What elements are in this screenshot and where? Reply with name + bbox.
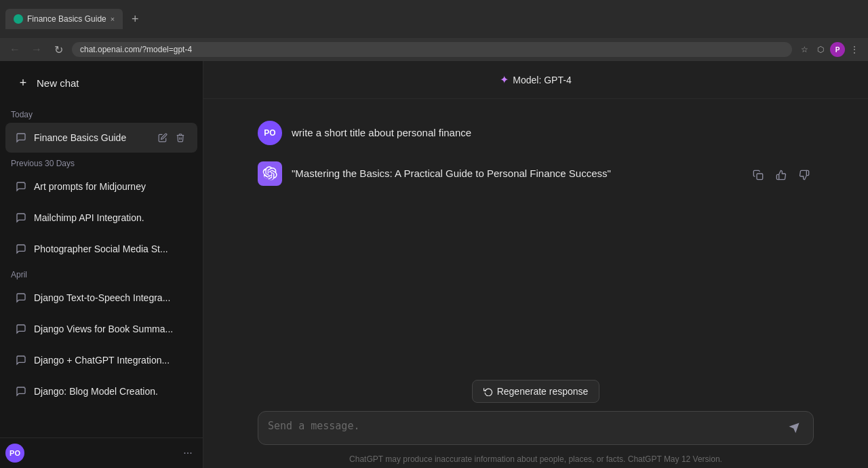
sidebar: + New chat Today Finance Basics Guide (0, 61, 203, 468)
chat-icon (15, 180, 27, 193)
chat-bubble-icon (15, 132, 27, 144)
ai-message-content: "Mastering the Basics: A Practical Guide… (292, 161, 739, 182)
browser-chrome: Finance Basics Guide × + (0, 0, 868, 38)
app-container: + New chat Today Finance Basics Guide (0, 61, 868, 468)
regenerate-label: Regenerate response (497, 386, 589, 397)
chat-item-text: Django + ChatGPT Integration... (34, 355, 188, 366)
tab-title: Finance Basics Guide (27, 14, 106, 24)
chat-item-text: Mailchimp API Integration. (34, 212, 188, 223)
user-avatar: PO (5, 444, 24, 463)
profile-button[interactable]: P (830, 42, 845, 57)
user-message-content: write a short title about personal finan… (292, 121, 814, 141)
bookmark-button[interactable]: ☆ (797, 43, 811, 56)
ai-message-text: "Mastering the Basics: A Practical Guide… (292, 168, 611, 179)
browser-tab[interactable]: Finance Basics Guide × (5, 9, 123, 29)
copy-button[interactable] (749, 165, 768, 184)
address-bar-row: ← → ↻ ☆ ⬡ P ⋮ (0, 38, 868, 61)
main-area: ✦ Model: GPT-4 PO write a short title ab… (203, 61, 868, 468)
chat-icon (15, 354, 27, 366)
chat-icon (15, 385, 27, 397)
section-label-previous-30: Previous 30 Days (0, 153, 203, 171)
ai-message-actions (749, 161, 814, 184)
sparkle-icon: ✦ (500, 73, 509, 86)
send-icon (788, 422, 800, 434)
plus-icon: + (16, 76, 30, 90)
ai-message: "Mastering the Basics: A Practical Guide… (203, 153, 868, 194)
refresh-button[interactable]: ↻ (50, 41, 66, 58)
forward-button[interactable]: → (28, 41, 45, 58)
openai-logo (262, 166, 277, 181)
tab-favicon (14, 14, 23, 24)
chat-item-django-views[interactable]: Django Views for Book Summa... (5, 314, 197, 344)
new-chat-label: New chat (37, 77, 79, 89)
footer-text: ChatGPT may produce inaccurate informati… (203, 450, 868, 468)
input-area: Regenerate response (203, 372, 868, 450)
chat-icon (15, 323, 27, 335)
user-message-text: write a short title about personal finan… (292, 127, 471, 138)
new-chat-button[interactable]: + New chat (5, 66, 197, 99)
regenerate-button[interactable]: Regenerate response (472, 380, 600, 403)
input-wrapper (258, 411, 814, 445)
chat-icon (15, 212, 27, 224)
regenerate-icon (484, 387, 493, 396)
sidebar-bottom: PO ··· (0, 437, 203, 468)
model-badge: ✦ Model: GPT-4 (500, 73, 571, 86)
chat-item-mailchimp[interactable]: Mailchimp API Integration. (5, 203, 197, 233)
chat-item-text: Django: Blog Model Creation. (34, 386, 188, 397)
chat-item-django-blog[interactable]: Django: Blog Model Creation. (5, 376, 197, 406)
extensions-button[interactable]: ⬡ (814, 43, 827, 56)
message-input[interactable] (268, 420, 778, 436)
chat-item-actions (155, 130, 188, 145)
tab-close-button[interactable]: × (111, 15, 115, 23)
address-input[interactable] (72, 42, 792, 57)
chat-item-django-tts[interactable]: Django Text-to-Speech Integra... (5, 283, 197, 313)
user-message: PO write a short title about personal fi… (203, 113, 868, 153)
model-header: ✦ Model: GPT-4 (203, 61, 868, 99)
chat-item-finance-basics[interactable]: Finance Basics Guide (5, 123, 197, 153)
sidebar-more-button[interactable]: ··· (178, 444, 197, 463)
user-avatar-chat: PO (258, 121, 282, 145)
chat-item-django-chatgpt[interactable]: Django + ChatGPT Integration... (5, 345, 197, 375)
delete-chat-button[interactable] (173, 130, 188, 145)
chat-item-text: Django Text-to-Speech Integra... (34, 292, 188, 303)
back-button[interactable]: ← (7, 41, 23, 58)
section-label-april: April (0, 265, 203, 282)
edit-chat-button[interactable] (155, 130, 170, 145)
send-button[interactable] (785, 418, 804, 437)
menu-button[interactable]: ⋮ (848, 43, 861, 56)
new-tab-button[interactable]: + (127, 11, 143, 27)
chat-item-text: Finance Basics Guide (34, 132, 149, 143)
browser-actions: ☆ ⬡ P ⋮ (797, 42, 861, 57)
ai-avatar (258, 161, 282, 186)
chat-item-text: Photographer Social Media St... (34, 243, 188, 254)
svg-rect-0 (757, 174, 763, 180)
chat-item-art-prompts[interactable]: Art prompts for Midjourney (5, 172, 197, 201)
thumbs-up-button[interactable] (772, 165, 791, 184)
chat-icon (15, 292, 27, 304)
regenerate-row: Regenerate response (258, 380, 814, 403)
thumbs-down-button[interactable] (795, 165, 814, 184)
chat-icon (15, 243, 27, 255)
section-label-today: Today (0, 104, 203, 122)
chat-item-text: Django Views for Book Summa... (34, 324, 188, 334)
chat-item-text: Art prompts for Midjourney (34, 181, 188, 192)
messages-area: PO write a short title about personal fi… (203, 99, 868, 372)
chat-item-photographer[interactable]: Photographer Social Media St... (5, 234, 197, 264)
model-label: Model: GPT-4 (513, 75, 571, 85)
